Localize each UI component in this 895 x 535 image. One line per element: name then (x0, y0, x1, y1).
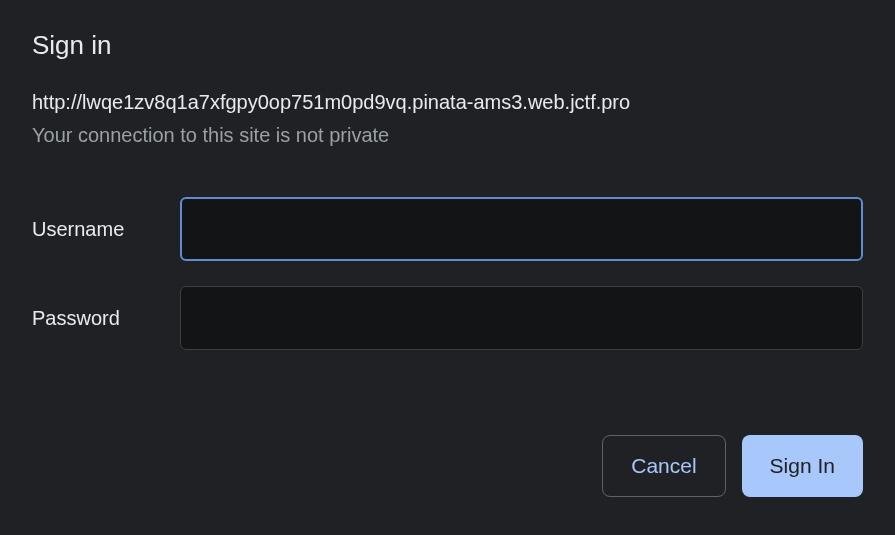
password-input[interactable] (180, 286, 863, 350)
cancel-button[interactable]: Cancel (602, 435, 725, 497)
username-input[interactable] (180, 197, 863, 261)
password-row: Password (32, 286, 863, 350)
auth-dialog: Sign in http://lwqe1zv8q1a7xfgpy0op751m0… (0, 0, 895, 527)
connection-warning: Your connection to this site is not priv… (32, 124, 863, 147)
password-label: Password (32, 307, 180, 330)
dialog-buttons: Cancel Sign In (32, 435, 863, 497)
dialog-title: Sign in (32, 30, 863, 61)
username-row: Username (32, 197, 863, 261)
site-url: http://lwqe1zv8q1a7xfgpy0op751m0pd9vq.pi… (32, 91, 863, 114)
signin-button[interactable]: Sign In (742, 435, 863, 497)
username-label: Username (32, 218, 180, 241)
